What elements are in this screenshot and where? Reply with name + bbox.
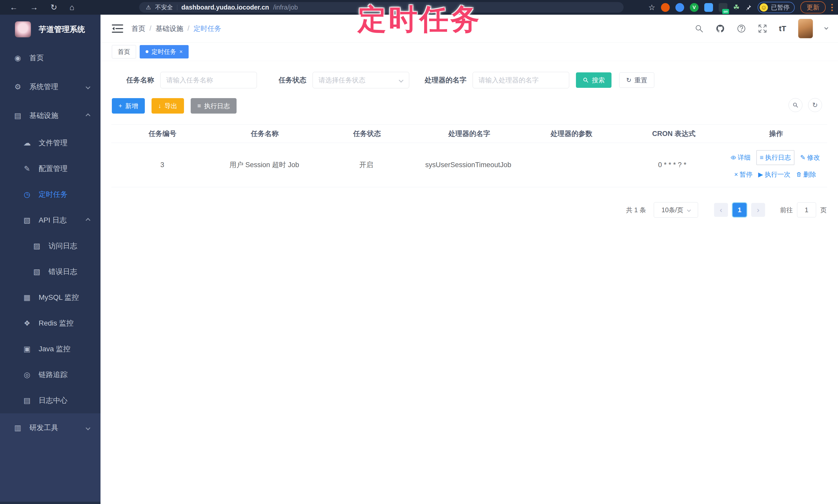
sidebar-item-infrastructure[interactable]: ▤ 基础设施 [0, 101, 101, 130]
sidebar-bottom-section: ▥ 研发工具 [0, 413, 101, 504]
chevron-up-icon [86, 218, 90, 222]
toggle-search-button[interactable] [788, 98, 802, 112]
task-status-select[interactable]: 请选择任务状态 [313, 72, 409, 88]
menu-fold-icon[interactable] [112, 24, 123, 33]
toolbox-icon: ▥ [12, 424, 24, 432]
sidebar-item-error-logs[interactable]: ▧ 错误日志 [0, 259, 101, 285]
sidebar-item-label: 访问日志 [49, 241, 77, 251]
exec-log-button[interactable]: ≡ 执行日志 [191, 98, 237, 113]
op-label: 删除 [803, 169, 816, 180]
search-icon[interactable] [695, 24, 704, 33]
exec-log-link[interactable]: ≡ 执行日志 [756, 150, 795, 165]
user-avatar[interactable] [798, 19, 813, 38]
github-icon[interactable] [716, 24, 725, 33]
delete-link[interactable]: 删除 [796, 169, 816, 180]
exec-log-button-label: 执行日志 [204, 102, 230, 110]
page-1-button[interactable]: 1 [733, 203, 747, 217]
col-handler-name: 处理器的名字 [418, 129, 521, 138]
close-icon[interactable]: × [179, 49, 183, 55]
col-cron: CRON 表达式 [623, 129, 725, 138]
eye-icon [731, 155, 736, 160]
col-handler-params: 处理器的参数 [520, 129, 623, 138]
sidebar-item-scheduled-tasks[interactable]: ◷ 定时任务 [0, 182, 101, 207]
cloud-upload-icon: ☁ [21, 139, 33, 147]
sidebar-item-redis-monitor[interactable]: ❖ Redis 监控 [0, 310, 101, 336]
export-button-label: 导出 [164, 102, 177, 110]
reload-icon[interactable]: ↻ [51, 0, 57, 15]
log-icon: ▤ [21, 396, 33, 405]
main-content: 首页 / 基础设施 / 定时任务 tT [101, 15, 838, 504]
header-actions: tT [695, 19, 828, 38]
page-size-select[interactable]: 10条/页 [654, 202, 698, 218]
back-icon[interactable]: ← [10, 0, 18, 15]
op-label: 执行一次 [765, 169, 790, 180]
refresh-table-button[interactable]: ↻ [808, 98, 822, 112]
sidebar-item-link-tracing[interactable]: ◎ 链路追踪 [0, 362, 101, 388]
bookmark-star-icon[interactable]: ☆ [648, 3, 655, 12]
sidebar-item-home[interactable]: ◉ 首页 [0, 43, 101, 72]
handler-name-label: 处理器的名字 [425, 75, 467, 85]
goto-page-input[interactable] [797, 202, 816, 217]
forward-icon[interactable]: → [30, 0, 38, 15]
edit-link[interactable]: ✎ 修改 [800, 152, 820, 163]
extension-leaf-icon[interactable]: ☘ [733, 3, 739, 12]
detail-link[interactable]: 详细 [731, 152, 751, 163]
extension-blue-icon[interactable] [676, 3, 684, 12]
font-size-icon[interactable]: tT [779, 24, 786, 33]
sidebar-item-system-mgmt[interactable]: ⚙ 系统管理 [0, 72, 101, 101]
reset-button[interactable]: ↻ 重置 [619, 72, 654, 88]
table-row: 3 用户 Session 超时 Job 开启 sysUserSessionTim… [111, 143, 827, 187]
table-header-row: 任务编号 任务名称 任务状态 处理器的名字 处理器的参数 CRON 表达式 操作 [111, 124, 827, 143]
search-button[interactable]: 搜索 [576, 72, 611, 88]
avatar-caret-icon[interactable] [824, 26, 828, 30]
run-once-link[interactable]: ▶ 执行一次 [758, 169, 790, 180]
task-name-input[interactable] [160, 72, 257, 88]
sidebar-item-dev-tools[interactable]: ▥ 研发工具 [0, 413, 101, 442]
extension-switch-icon[interactable]: on [719, 3, 728, 12]
breadcrumb-home[interactable]: 首页 [132, 24, 145, 33]
extension-green-icon[interactable]: V [690, 3, 699, 12]
col-task-name: 任务名称 [214, 129, 316, 138]
sidebar-item-config-mgmt[interactable]: ✎ 配置管理 [0, 156, 101, 182]
pause-link[interactable]: × 暂停 [734, 169, 752, 180]
prev-page-button[interactable]: ‹ [714, 203, 728, 217]
breadcrumb: 首页 / 基础设施 / 定时任务 [132, 24, 221, 33]
sidebar-item-mysql-monitor[interactable]: ▦ MySQL 监控 [0, 285, 101, 310]
sidebar-item-label: MySQL 监控 [39, 292, 79, 302]
sidebar-item-label: 文件管理 [39, 138, 68, 148]
pin-icon[interactable] [745, 4, 752, 11]
cell-actions: 详细 ≡ 执行日志 ✎ 修改 × 暂停 [723, 150, 827, 180]
security-label[interactable]: 不安全 [155, 3, 173, 11]
export-button[interactable]: ↓ 导出 [152, 98, 184, 113]
next-page-button[interactable]: › [751, 203, 765, 217]
extension-translate-icon[interactable] [704, 3, 713, 12]
add-button[interactable]: + 新增 [112, 98, 145, 113]
sidebar-item-label: 链路追踪 [39, 370, 68, 380]
cell-task-id: 3 [111, 159, 213, 171]
log-icon: ▨ [31, 241, 43, 250]
grid-icon: ▤ [12, 111, 24, 120]
extension-orange-icon[interactable] [661, 3, 670, 12]
home-icon[interactable]: ⌂ [70, 0, 74, 15]
warning-icon: ⚠ [146, 4, 151, 11]
sidebar-item-api-logs[interactable]: ▧ API 日志 [0, 207, 101, 233]
op-label: 暂停 [739, 169, 752, 180]
help-icon[interactable] [737, 24, 746, 33]
page-unit-label: 页 [820, 206, 827, 214]
tab-scheduled-tasks[interactable]: 定时任务 × [140, 45, 189, 58]
play-icon: ▶ [758, 169, 763, 180]
breadcrumb-infrastructure[interactable]: 基础设施 [156, 24, 184, 33]
sidebar-item-file-mgmt[interactable]: ☁ 文件管理 [0, 130, 101, 156]
update-button[interactable]: 更新 [800, 1, 826, 13]
database-icon: ▦ [21, 293, 33, 302]
add-button-label: 新增 [125, 102, 138, 110]
app-logo[interactable]: 芋道管理系统 [0, 15, 101, 37]
sidebar-item-access-logs[interactable]: ▨ 访问日志 [0, 233, 101, 259]
fullscreen-icon[interactable] [758, 24, 767, 33]
handler-name-input[interactable] [473, 72, 569, 88]
browser-menu-icon[interactable] [831, 4, 833, 11]
sidebar-item-java-monitor[interactable]: ▣ Java 监控 [0, 336, 101, 362]
tab-home[interactable]: 首页 [112, 45, 136, 58]
profile-paused-badge[interactable]: ☺ 已暂停 [757, 2, 795, 13]
sidebar-item-log-center[interactable]: ▤ 日志中心 [0, 388, 101, 413]
